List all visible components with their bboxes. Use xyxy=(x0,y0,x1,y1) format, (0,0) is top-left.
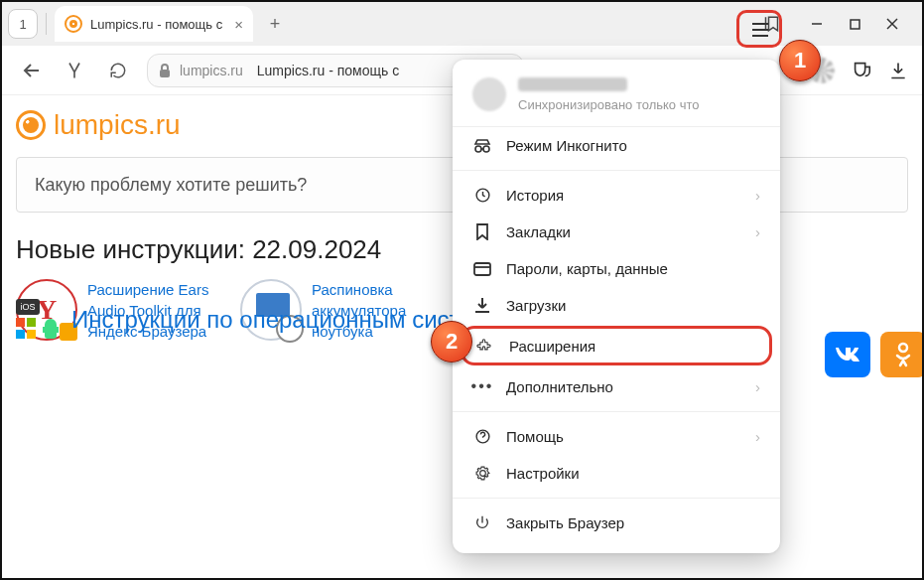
tab-bar: 1 Lumpics.ru - помощь с × + xyxy=(2,2,922,46)
logo-text: lumpics.ru xyxy=(54,109,181,141)
menu-label: Закрыть Браузер xyxy=(506,514,624,531)
svg-point-8 xyxy=(899,344,907,352)
avatar xyxy=(472,77,506,111)
reload-button[interactable] xyxy=(103,57,133,84)
menu-help[interactable]: Помощь › xyxy=(453,418,780,455)
url-domain: lumpics.ru xyxy=(180,63,243,78)
menu-label: Настройки xyxy=(506,465,580,482)
menu-label: История xyxy=(506,187,564,204)
menu-label: Загрузки xyxy=(506,297,566,314)
history-icon xyxy=(472,187,492,204)
os-icons: iOS xyxy=(16,299,60,340)
callout-2: 2 xyxy=(431,321,472,362)
help-icon xyxy=(472,428,492,445)
close-window-button[interactable] xyxy=(874,8,910,40)
favicon-icon xyxy=(65,15,82,33)
menu-separator xyxy=(453,170,780,171)
menu-more[interactable]: ••• Дополнительно › xyxy=(453,367,780,405)
svg-rect-1 xyxy=(851,20,859,29)
new-tab-button[interactable]: + xyxy=(261,10,289,38)
social-buttons xyxy=(825,332,924,377)
sync-status: Синхронизировано только что xyxy=(518,97,700,112)
chevron-right-icon: › xyxy=(755,428,760,445)
card-icon xyxy=(472,262,492,276)
vk-button[interactable] xyxy=(825,332,870,377)
profile-section[interactable]: Синхронизировано только что xyxy=(453,72,780,127)
browser-tab[interactable]: Lumpics.ru - помощь с × xyxy=(55,6,253,42)
ok-button[interactable] xyxy=(880,332,924,377)
back-button[interactable] xyxy=(16,57,46,84)
menu-bookmarks[interactable]: Закладки › xyxy=(453,214,780,250)
menu-label: Закладки xyxy=(506,223,571,240)
lock-icon xyxy=(158,63,172,78)
gear-icon xyxy=(472,465,492,482)
menu-history[interactable]: История › xyxy=(453,177,780,214)
power-icon xyxy=(472,514,492,531)
menu-separator xyxy=(453,498,780,499)
download-icon xyxy=(472,297,492,314)
chevron-right-icon: › xyxy=(755,378,760,395)
window-controls xyxy=(799,8,910,40)
maximize-button[interactable] xyxy=(837,8,872,40)
menu-incognito[interactable]: Режим Инкогнито xyxy=(453,127,780,164)
menu-extensions[interactable]: Расширения xyxy=(461,326,772,365)
yandex-home-button[interactable] xyxy=(60,57,89,84)
android-icon xyxy=(42,319,60,339)
ios-icon: iOS xyxy=(16,299,40,315)
callout-1: 1 xyxy=(779,40,821,81)
main-menu-dropdown: Синхронизировано только что Режим Инкогн… xyxy=(453,60,780,553)
extension-shield-icon[interactable] xyxy=(851,60,872,81)
downloads-icon[interactable] xyxy=(888,61,908,80)
chevron-right-icon: › xyxy=(755,223,760,240)
menu-label: Дополнительно xyxy=(506,378,613,395)
svg-rect-7 xyxy=(160,70,170,77)
orange-icon xyxy=(16,110,46,140)
highlight-hamburger xyxy=(736,10,782,48)
profile-name-blurred xyxy=(518,77,627,91)
incognito-icon xyxy=(472,139,492,153)
menu-close-browser[interactable]: Закрыть Браузер xyxy=(453,505,780,541)
menu-passwords[interactable]: Пароли, карты, данные xyxy=(453,250,780,287)
minimize-button[interactable] xyxy=(799,8,835,40)
svg-point-9 xyxy=(475,146,481,152)
chevron-right-icon: › xyxy=(755,187,760,204)
menu-separator xyxy=(453,411,780,412)
menu-label: Помощь xyxy=(506,428,564,445)
svg-rect-12 xyxy=(474,263,490,275)
dots-icon: ••• xyxy=(472,377,492,395)
menu-label: Расширения xyxy=(509,338,595,355)
close-tab-icon[interactable]: × xyxy=(234,16,243,33)
menu-downloads[interactable]: Загрузки xyxy=(453,287,780,324)
puzzle-icon xyxy=(475,337,495,355)
menu-label: Режим Инкогнито xyxy=(506,137,627,154)
menu-label: Пароли, карты, данные xyxy=(506,260,668,277)
svg-point-10 xyxy=(483,146,489,152)
separator xyxy=(46,13,47,35)
tabs-count-button[interactable]: 1 xyxy=(8,9,38,39)
tab-title: Lumpics.ru - помощь с xyxy=(90,17,222,32)
bookmark-icon xyxy=(472,223,492,240)
menu-settings[interactable]: Настройки xyxy=(453,455,780,492)
url-title: Lumpics.ru - помощь с xyxy=(257,63,399,78)
windows-icon xyxy=(16,318,38,340)
